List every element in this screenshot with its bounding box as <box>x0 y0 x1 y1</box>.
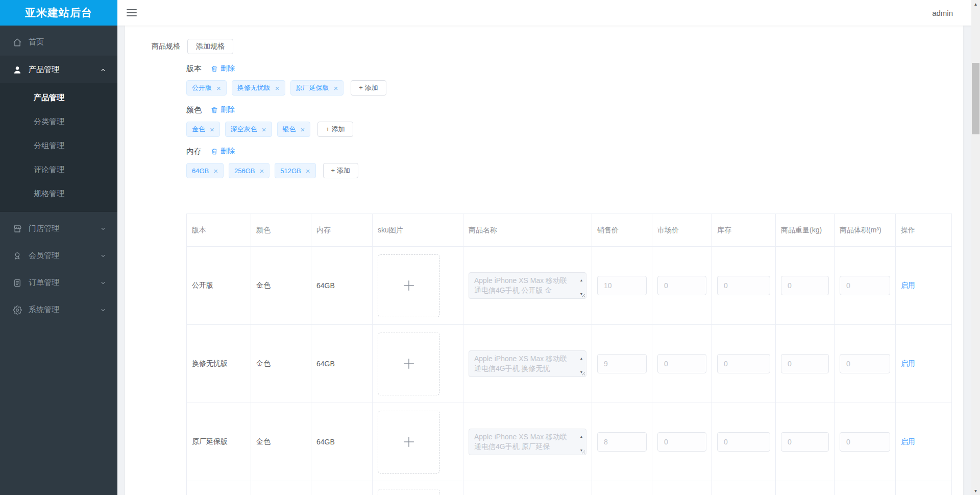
sidebar-item-label: 订单管理 <box>29 278 59 288</box>
stock-input[interactable] <box>717 276 770 295</box>
add-tag-button[interactable]: + 添加 <box>323 163 358 178</box>
sidebar-item-order[interactable]: 订单管理 <box>0 269 117 296</box>
sidebar-subitem[interactable]: 产品管理 <box>0 85 117 109</box>
sku-column-header: 商品名称 <box>463 214 592 247</box>
product-name-textarea[interactable]: Apple iPhone XS Max 移动联通电信4G手机 原厂延保▲▼ <box>469 429 586 455</box>
enable-link[interactable]: 启用 <box>901 281 915 289</box>
sku-name-cell: Apple iPhone XS Max 移动联通电信4G手机 公开版 金▲▼ <box>463 247 592 325</box>
topbar: admin <box>117 0 971 26</box>
chevron-down-icon <box>100 280 106 286</box>
scroll-down-icon[interactable]: ▼ <box>580 367 583 377</box>
add-tag-button[interactable]: + 添加 <box>317 122 353 137</box>
delete-spec-link[interactable]: 删除 <box>211 105 235 114</box>
scrollbar-up-icon[interactable]: ▲ <box>971 0 980 8</box>
spec-section-label: 商品规格 <box>152 42 180 51</box>
gear-icon <box>13 305 22 315</box>
weight-input[interactable] <box>781 354 829 373</box>
spec-tag-label: 金色 <box>192 125 205 134</box>
sidebar-subitem[interactable]: 规格管理 <box>0 181 117 205</box>
market-price-input[interactable] <box>657 354 706 373</box>
sku-image-upload[interactable] <box>378 254 440 317</box>
market-price-input[interactable] <box>657 432 706 452</box>
menu-toggle-icon[interactable] <box>127 9 137 16</box>
sku-version-cell <box>187 481 251 495</box>
user-icon <box>13 65 22 75</box>
weight-input[interactable] <box>781 276 829 295</box>
scroll-up-icon[interactable]: ▲ <box>580 432 583 441</box>
scroll-up-icon[interactable]: ▲ <box>580 353 583 363</box>
tag-close-icon[interactable]: × <box>210 126 214 133</box>
sku-column-header: 销售价 <box>592 214 652 247</box>
product-name-textarea[interactable]: Apple iPhone XS Max 移动联通电信4G手机 换修无忧▲▼ <box>469 350 586 377</box>
market-price-input-cell <box>652 403 712 481</box>
weight-input-cell <box>776 247 835 325</box>
sidebar-menu: 首页产品管理产品管理分类管理分组管理评论管理规格管理门店管理会员管理订单管理系统… <box>0 26 117 323</box>
spec-group-name: 颜色 <box>186 105 202 115</box>
sku-image-upload[interactable] <box>378 411 440 474</box>
sidebar-item-home[interactable]: 首页 <box>0 29 117 56</box>
scrollbar-down-icon[interactable]: ▼ <box>971 487 980 495</box>
tag-close-icon[interactable]: × <box>275 84 280 92</box>
sku-table: 版本颜色内存sku图片商品名称销售价市场价库存商品重量(kg)商品体积(m³)操… <box>186 214 952 495</box>
sidebar-item-member[interactable]: 会员管理 <box>0 242 117 269</box>
sidebar-subitem[interactable]: 分组管理 <box>0 133 117 157</box>
enable-link[interactable]: 启用 <box>901 437 915 445</box>
volume-input[interactable] <box>840 354 890 373</box>
sidebar-item-store[interactable]: 门店管理 <box>0 215 117 242</box>
member-icon <box>13 251 22 261</box>
scroll-down-icon[interactable]: ▼ <box>580 289 583 299</box>
sale-price-input[interactable] <box>597 432 647 452</box>
delete-spec-link[interactable]: 删除 <box>211 64 235 73</box>
tag-close-icon[interactable]: × <box>213 167 218 175</box>
add-spec-button[interactable]: 添加规格 <box>187 39 233 54</box>
spec-tag: 64GB× <box>186 163 224 178</box>
volume-input[interactable] <box>840 276 890 295</box>
sku-name-cell: Apple iPhone XS Max 移动联通电信4G手机 原厂延保▲▼ <box>463 403 592 481</box>
sale-price-input[interactable] <box>597 276 647 295</box>
scrollbar-thumb[interactable] <box>972 63 979 134</box>
product-name-textarea[interactable]: Apple iPhone XS Max 移动联通电信4G手机 公开版 金▲▼ <box>469 272 586 299</box>
trash-icon <box>211 148 218 155</box>
add-tag-button[interactable]: + 添加 <box>351 80 386 96</box>
weight-input-cell <box>776 403 835 481</box>
sku-version-cell: 公开版 <box>187 247 251 325</box>
stock-input[interactable] <box>717 354 770 373</box>
sidebar-subitem[interactable]: 分类管理 <box>0 109 117 133</box>
weight-input[interactable] <box>781 432 829 452</box>
user-menu[interactable]: admin <box>932 9 953 17</box>
tag-close-icon[interactable]: × <box>216 84 221 92</box>
tag-close-icon[interactable]: × <box>262 126 266 133</box>
tag-close-icon[interactable]: × <box>260 167 264 175</box>
sidebar-subitem[interactable]: 评论管理 <box>0 157 117 181</box>
home-icon <box>13 38 22 47</box>
sku-image-upload[interactable] <box>378 333 440 395</box>
trash-icon <box>211 65 218 73</box>
sku-image-upload[interactable] <box>378 489 440 495</box>
market-price-input[interactable] <box>657 276 706 295</box>
page-scrollbar[interactable]: ▲ ▼ <box>971 0 980 495</box>
sidebar-item-label: 首页 <box>29 37 44 47</box>
scroll-down-icon[interactable]: ▼ <box>580 445 583 455</box>
volume-input[interactable] <box>840 432 890 452</box>
spec-tag-label: 256GB <box>234 167 255 175</box>
sidebar-item-product[interactable]: 产品管理 <box>0 56 117 83</box>
scroll-up-icon[interactable]: ▲ <box>580 275 583 285</box>
stock-input-cell <box>712 481 776 495</box>
tag-close-icon[interactable]: × <box>306 167 310 175</box>
chevron-down-icon <box>100 307 106 313</box>
tag-close-icon[interactable]: × <box>301 126 305 133</box>
sale-price-input-cell <box>592 247 652 325</box>
sidebar-item-system[interactable]: 系统管理 <box>0 296 117 323</box>
spec-group: 颜色删除金色×深空灰色×银色×+ 添加 <box>186 105 963 137</box>
sale-price-input[interactable] <box>597 354 647 373</box>
enable-link[interactable]: 启用 <box>901 359 915 367</box>
spec-group-title-row: 版本删除 <box>186 63 963 74</box>
spec-tag: 银色× <box>277 122 311 137</box>
market-price-input-cell <box>652 325 712 403</box>
sku-image-cell <box>373 325 463 403</box>
tag-close-icon[interactable]: × <box>334 84 338 92</box>
stock-input[interactable] <box>717 432 770 452</box>
delete-spec-link[interactable]: 删除 <box>211 147 235 156</box>
sidebar-submenu-product: 产品管理分类管理分组管理评论管理规格管理 <box>0 83 117 211</box>
stock-input-cell <box>712 403 776 481</box>
